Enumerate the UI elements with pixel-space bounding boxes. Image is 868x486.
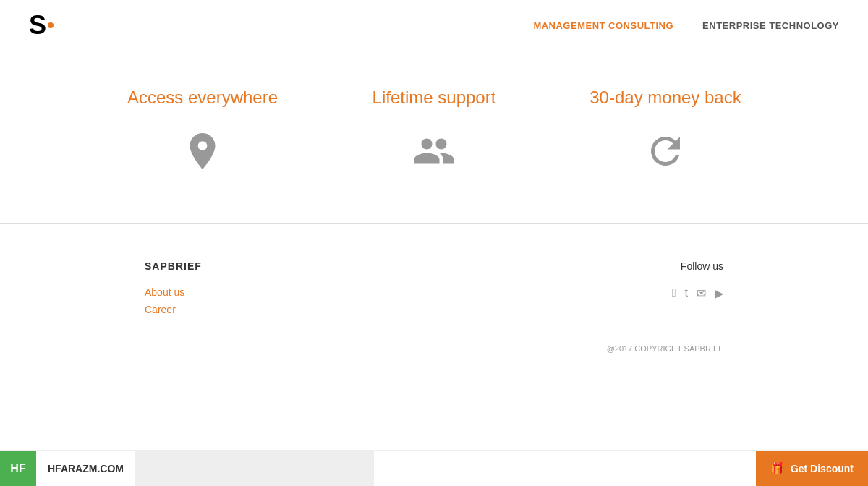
feature-access-title: Access everywhere — [127, 88, 278, 108]
footer-link-career[interactable]: Career — [145, 304, 202, 315]
feature-lifetime-support: Lifetime support — [318, 88, 550, 180]
footer: SAPBRIEF About us Career Follow us  t ✉… — [0, 224, 868, 382]
feature-moneyback-title: 30-day money back — [590, 88, 741, 108]
nav-management-consulting[interactable]: MANAGEMENT CONSULTING — [533, 20, 673, 31]
header: S MANAGEMENT CONSULTING ENTERPRISE TECHN… — [0, 0, 868, 51]
footer-brand: SAPBRIEF — [145, 260, 202, 272]
footer-top: SAPBRIEF About us Career Follow us  t ✉… — [145, 260, 723, 315]
feature-access-everywhere: Access everywhere — [87, 88, 318, 180]
email-icon[interactable]: ✉ — [697, 286, 706, 300]
follow-label: Follow us — [672, 260, 723, 272]
features-section: Access everywhere Lifetime support 30-da… — [0, 51, 868, 223]
footer-link-about[interactable]: About us — [145, 286, 202, 298]
footer-links: About us Career — [145, 286, 202, 315]
logo[interactable]: S — [29, 10, 54, 40]
footer-left: SAPBRIEF About us Career — [145, 260, 202, 315]
nav-enterprise-technology[interactable]: ENTERPRISE TECHNOLOGY — [702, 20, 839, 31]
social-icons:  t ✉ ▶ — [672, 286, 723, 300]
logo-text: S — [29, 10, 46, 40]
location-pin-icon — [181, 129, 224, 180]
refresh-icon — [644, 129, 687, 180]
footer-copyright: @2017 COPYRIGHT SAPBRIEF — [145, 344, 723, 353]
main-nav: MANAGEMENT CONSULTING ENTERPRISE TECHNOL… — [533, 20, 839, 31]
twitter-icon[interactable]: t — [685, 286, 688, 300]
feature-support-title: Lifetime support — [373, 88, 496, 108]
facebook-icon[interactable]:  — [672, 286, 676, 300]
footer-follow: Follow us  t ✉ ▶ — [672, 260, 723, 300]
support-icon — [412, 129, 456, 180]
youtube-icon[interactable]: ▶ — [715, 286, 723, 300]
logo-dot — [48, 22, 54, 28]
feature-money-back: 30-day money back — [550, 88, 781, 180]
